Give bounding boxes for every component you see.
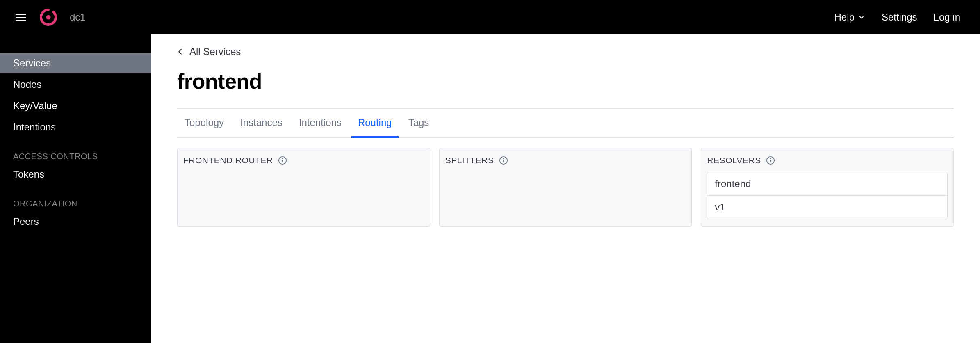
router-card-title: FRONTEND ROUTER [183, 155, 273, 165]
routing-cards: FRONTEND ROUTER SPLITTERS [177, 148, 954, 227]
resolver-list: frontend v1 [707, 172, 948, 219]
chevron-down-icon [858, 14, 865, 21]
splitters-card: SPLITTERS [439, 148, 692, 227]
consul-logo-icon[interactable] [39, 8, 57, 26]
tab-topology[interactable]: Topology [177, 109, 232, 137]
svg-point-3 [55, 18, 57, 19]
hamburger-menu-icon[interactable] [16, 11, 29, 24]
resolver-item-v1[interactable]: v1 [707, 195, 947, 219]
tab-routing[interactable]: Routing [350, 109, 400, 137]
svg-point-7 [282, 158, 283, 159]
sidebar-item-services[interactable]: Services [0, 53, 151, 73]
info-icon[interactable] [278, 156, 287, 165]
main-content: All Services frontend Topology Instances… [151, 34, 980, 343]
sidebar-item-nodes[interactable]: Nodes [0, 75, 151, 94]
resolver-item-frontend[interactable]: frontend [707, 172, 947, 195]
help-menu[interactable]: Help [834, 11, 865, 23]
resolvers-card-title: RESOLVERS [707, 155, 761, 165]
svg-point-10 [503, 158, 504, 159]
help-label: Help [834, 11, 855, 23]
settings-link[interactable]: Settings [882, 11, 917, 23]
sidebar-item-peers[interactable]: Peers [0, 212, 151, 231]
sidebar-heading-organization: ORGANIZATION [0, 196, 151, 212]
datacenter-label[interactable]: dc1 [70, 11, 86, 23]
svg-point-13 [770, 158, 770, 159]
tab-instances[interactable]: Instances [232, 109, 291, 137]
info-icon[interactable] [766, 156, 775, 165]
settings-label: Settings [882, 11, 917, 23]
info-icon[interactable] [499, 156, 508, 165]
sidebar-item-tokens[interactable]: Tokens [0, 165, 151, 184]
breadcrumb-back[interactable]: All Services [175, 46, 954, 57]
sidebar-item-intentions[interactable]: Intentions [0, 117, 151, 137]
svg-point-1 [53, 13, 55, 15]
svg-point-4 [55, 20, 56, 22]
page-title: frontend [177, 69, 954, 94]
svg-point-0 [46, 15, 51, 20]
chevron-left-icon [175, 47, 185, 56]
router-card: FRONTEND ROUTER [177, 148, 430, 227]
tab-tags[interactable]: Tags [400, 109, 438, 137]
login-link[interactable]: Log in [934, 11, 960, 23]
sidebar: Services Nodes Key/Value Intentions ACCE… [0, 34, 151, 343]
sidebar-item-key-value[interactable]: Key/Value [0, 96, 151, 116]
tab-intentions[interactable]: Intentions [291, 109, 350, 137]
sidebar-heading-access-controls: ACCESS CONTROLS [0, 149, 151, 165]
topbar: dc1 Help Settings Log in [0, 0, 980, 34]
login-label: Log in [934, 11, 960, 23]
svg-point-2 [55, 15, 56, 17]
splitters-card-title: SPLITTERS [445, 155, 494, 165]
resolvers-card: RESOLVERS frontend v1 [701, 148, 954, 227]
breadcrumb-label: All Services [189, 46, 241, 57]
tabs: Topology Instances Intentions Routing Ta… [177, 109, 954, 138]
